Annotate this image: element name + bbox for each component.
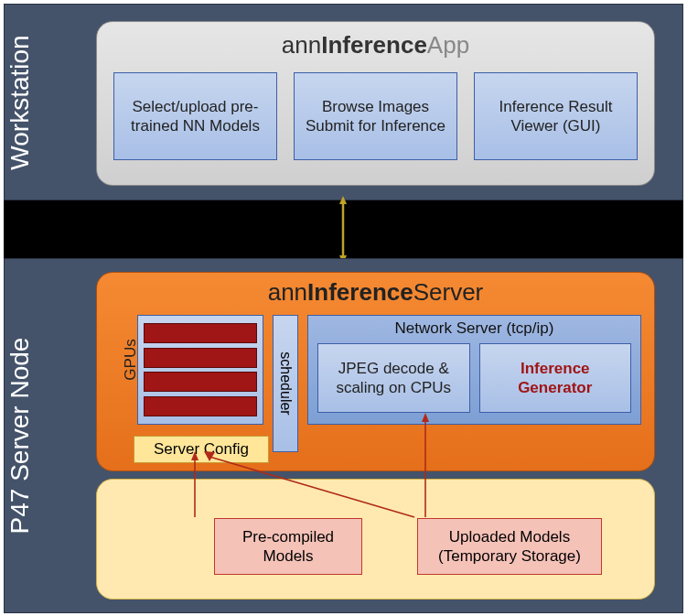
precompiled-models-box: Pre-compiled Models [214,518,362,575]
server-title-suf: Server [413,278,484,306]
server-node-label: P47 Server Node [5,298,35,573]
app-box-result: Inference Result Viewer (GUI) [474,72,638,160]
network-row: JPEG decode & scaling on CPUs Inference … [308,343,640,413]
server-config-box: Server Config [134,436,269,463]
network-server-title: Network Server (tcp/ip) [308,316,640,343]
gpus-box [137,315,263,425]
server-title-pre: ann [268,278,307,306]
workstation-panel: Workstation annInferenceApp Select/uploa… [4,4,683,200]
app-title-suf: App [427,31,469,59]
app-box-browse: Browse Images Submit for Inference [294,72,457,160]
storage-card: Pre-compiled Models Uploaded Models (Tem… [96,479,655,600]
scheduler-label: scheduler [277,351,294,415]
server-title-mid: Inference [307,278,413,306]
gpu-bar [144,323,257,343]
app-card: annInferenceApp Select/upload pre-traine… [96,21,655,186]
app-title: annInferenceApp [113,31,638,59]
server-node-panel: P47 Server Node annInferenceServer GPUs … [4,258,683,613]
gpu-bar [144,396,257,416]
app-box-upload: Select/upload pre-trained NN Models [113,72,277,160]
app-title-pre: ann [282,31,321,59]
server-title: annInferenceServer [97,278,654,307]
app-row: Select/upload pre-trained NN Models Brow… [113,72,638,160]
uploaded-models-box: Uploaded Models (Temporary Storage) [417,518,602,575]
gap [4,200,683,258]
gpu-bar [144,348,257,368]
app-title-mid: Inference [321,31,427,59]
network-server-box: Network Server (tcp/ip) JPEG decode & sc… [307,315,641,425]
inference-generator-box: Inference Generator [479,343,632,413]
workstation-label: Workstation [5,2,35,203]
jpeg-decode-box: JPEG decode & scaling on CPUs [317,343,470,413]
scheduler-box: scheduler [273,315,298,452]
gpu-bar [144,372,257,392]
server-card: annInferenceServer GPUs Server Config sc… [96,272,655,471]
